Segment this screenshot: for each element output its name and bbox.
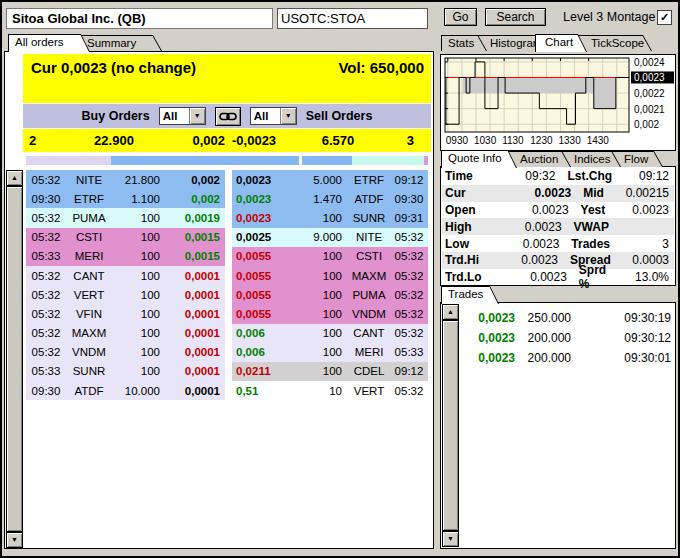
quote-info-row: Open 0.0023 Yest 0.0023 [442,202,674,219]
quote-value: 13.0% [606,270,669,284]
ask-side-cell[interactable]: 0,0023 1.470 ATDF 09:30 [232,189,428,208]
bid-side-cell[interactable]: 05:33 MERI 100 0,0015 [26,247,225,266]
ask-side-cell[interactable]: 0,0055 100 PUMA 05:32 [232,285,428,304]
bid-side-cell[interactable]: 05:32 NITE 21.800 0,002 [26,170,225,189]
scrollbar-thumb[interactable] [6,186,23,532]
trades-scrollbar[interactable]: ▲ ▼ [442,304,459,547]
buy-volume-total: 22.900 [63,133,165,148]
tab-trades[interactable]: Trades [441,286,499,304]
bid-time: 05:32 [26,212,66,224]
chevron-down-icon[interactable]: ▼ [280,108,296,124]
ask-side-cell[interactable]: 0,0055 100 VNDM 05:32 [232,304,428,323]
order-book-row[interactable]: 05:32 VFIN 100 0,0001 0,0055 100 VNDM 05… [26,304,428,323]
order-book-row[interactable]: 09:30 ETRF 1.100 0,002 0,0023 1.470 ATDF… [26,189,428,208]
level3-montage-checkbox[interactable]: ✓ [657,10,672,25]
ask-price: 0,006 [232,327,291,339]
search-button[interactable]: Search [485,8,546,26]
go-button[interactable]: Go [444,8,477,26]
ask-side-cell[interactable]: 0,006 100 CANT 05:32 [232,324,428,343]
scroll-down-button[interactable]: ▼ [442,531,459,547]
bid-market-maker: VFIN [66,308,112,320]
bid-side-cell[interactable]: 05:32 VERT 100 0,0001 [26,285,225,304]
ask-price: 0,51 [232,385,291,397]
bid-size: 100 [112,327,166,339]
chevron-down-icon[interactable]: ▼ [189,108,205,124]
trade-price: 0,0023 [465,351,515,365]
trade-row[interactable]: 0,0023 250.000 09:30:19 [465,308,671,328]
trade-time: 09:30:19 [585,311,671,325]
trade-row[interactable]: 0,0023 200.000 09:30:01 [465,348,671,368]
order-book-scrollbar[interactable]: ▲ ▼ [6,170,23,548]
tab-stats[interactable]: Stats [441,35,487,51]
ask-size: 100 [291,365,348,377]
tab-all-orders[interactable]: All orders [8,34,90,52]
tab-tickscope[interactable]: TickScope [576,35,652,51]
scroll-up-button[interactable]: ▲ [442,304,459,320]
symbol-input[interactable] [277,8,428,29]
bid-side-cell[interactable]: 05:32 CANT 100 0,0001 [26,266,225,285]
quote-label: VWAP [562,220,609,234]
order-book-row[interactable]: 05:33 SUNR 100 0,0001 0,0211 100 CDEL 09… [26,362,428,381]
bid-time: 05:32 [26,346,66,358]
ask-side-cell[interactable]: 0,0023 100 SUNR 09:31 [232,208,428,227]
scroll-up-button[interactable]: ▲ [6,170,23,186]
ask-time: 09:31 [390,212,428,224]
bid-time: 05:32 [26,327,66,339]
ask-time: 05:32 [390,308,428,320]
bid-market-maker: ATDF [66,385,112,397]
ask-side-cell[interactable]: 0,0055 100 MAXM 05:32 [232,266,428,285]
ask-side-cell[interactable]: 0,0055 100 CSTI 05:32 [232,247,428,266]
tab-chart[interactable]: Chart [535,34,587,52]
bid-side-cell[interactable]: 05:32 PUMA 100 0,0019 [26,208,225,227]
bid-side-cell[interactable]: 05:32 VNDM 100 0,0001 [26,343,225,362]
order-book-row[interactable]: 05:32 MAXM 100 0,0001 0,006 100 CANT 05:… [26,324,428,343]
quote-label: Trades [559,237,610,251]
order-book-row[interactable]: 05:32 NITE 21.800 0,002 0,0023 5.000 ETR… [26,170,428,189]
trade-size: 250.000 [515,311,585,325]
svg-text:0930: 0930 [446,135,469,146]
order-book-row[interactable]: 05:32 VNDM 100 0,0001 0,006 100 MERI 05:… [26,343,428,362]
ask-side-cell[interactable]: 0,0025 9.000 NITE 05:32 [232,228,428,247]
bid-size: 1.100 [112,193,166,205]
order-book-row[interactable]: 05:32 PUMA 100 0,0019 0,0023 100 SUNR 09… [26,208,428,227]
buy-orders-filter-select[interactable]: All ▼ [159,107,206,125]
bid-time: 05:33 [26,365,66,377]
quote-info-row: Time 09:32 Lst.Chg 09:12 [442,168,674,185]
ask-market-maker: SUNR [348,212,390,224]
bid-side-cell[interactable]: 05:33 SUNR 100 0,0001 [26,362,225,381]
quote-value: 0.0023 [495,237,559,251]
quote-label: Cur [445,186,500,200]
order-book-row[interactable]: 05:32 CSTI 100 0,0015 0,0025 9.000 NITE … [26,228,428,247]
bid-side-cell[interactable]: 05:32 MAXM 100 0,0001 [26,324,225,343]
order-book-row[interactable]: 05:32 CANT 100 0,0001 0,0055 100 MAXM 05… [26,266,428,285]
order-book-row[interactable]: 09:30 ATDF 10.000 0,0001 0,51 10 VERT 05… [26,381,428,400]
ask-side-cell[interactable]: 0,51 10 VERT 05:32 [232,381,428,400]
quote-info-row: Trd.Lo 0.0023 Sprd % 13.0% [442,269,674,286]
bid-side-cell[interactable]: 09:30 ATDF 10.000 0,0001 [26,381,225,400]
bid-time: 05:33 [26,250,66,262]
tab-quote-info[interactable]: Quote Info [441,150,517,168]
scrollbar-thumb[interactable] [442,320,459,531]
order-book-table: 05:32 NITE 21.800 0,002 0,0023 5.000 ETR… [26,170,428,400]
order-book-row[interactable]: 05:32 VERT 100 0,0001 0,0055 100 PUMA 05… [26,285,428,304]
quote-label: Mid [571,186,604,200]
ask-size: 5.000 [291,174,348,186]
bid-size: 100 [112,212,166,224]
trade-row[interactable]: 0,0023 200.000 09:30:12 [465,328,671,348]
bid-price: 0,0001 [166,327,225,339]
bid-side-cell[interactable]: 09:30 ETRF 1.100 0,002 [26,189,225,208]
ask-size: 1.470 [291,193,348,205]
bid-time: 05:32 [26,289,66,301]
ask-side-cell[interactable]: 0,006 100 MERI 05:33 [232,343,428,362]
ask-side-cell[interactable]: 0,0023 5.000 ETRF 09:12 [232,170,428,189]
best-ask-price: -0,0023 [232,133,296,148]
bid-side-cell[interactable]: 05:32 CSTI 100 0,0015 [26,228,225,247]
order-book-row[interactable]: 05:33 MERI 100 0,0015 0,0055 100 CSTI 05… [26,247,428,266]
bid-side-cell[interactable]: 05:32 VFIN 100 0,0001 [26,304,225,323]
link-filters-button[interactable] [215,107,241,126]
scroll-down-button[interactable]: ▼ [6,532,23,548]
trade-price: 0,0023 [465,331,515,345]
ask-price: 0,0055 [232,289,291,301]
ask-side-cell[interactable]: 0,0211 100 CDEL 09:12 [232,362,428,381]
sell-orders-filter-select[interactable]: All ▼ [250,107,297,125]
